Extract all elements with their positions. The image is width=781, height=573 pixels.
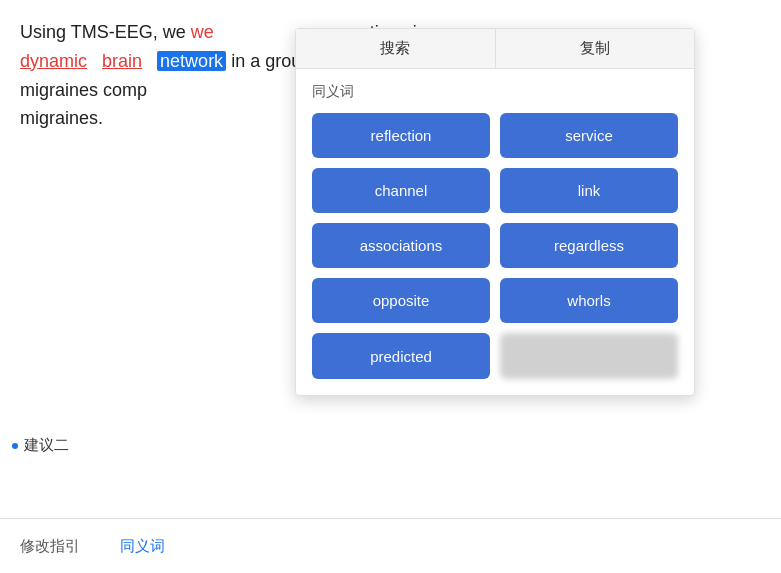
bottom-bar-xiugai[interactable]: 修改指引 bbox=[20, 537, 80, 556]
synonym-associations[interactable]: associations bbox=[312, 223, 490, 268]
popup-toolbar: 搜索 复制 bbox=[296, 29, 694, 69]
synonym-regardless[interactable]: regardless bbox=[500, 223, 678, 268]
bottom-bar: 修改指引 同义词 bbox=[0, 518, 781, 573]
blur-placeholder bbox=[500, 333, 678, 379]
synonym-opposite[interactable]: opposite bbox=[312, 278, 490, 323]
synonym-service[interactable]: service bbox=[500, 113, 678, 158]
sidebar-dot-icon bbox=[12, 443, 18, 449]
sidebar-label: 建议二 bbox=[24, 436, 69, 455]
text-brain: brain bbox=[102, 51, 142, 71]
synonym-popup: 搜索 复制 同义词 reflection service channel lin… bbox=[295, 28, 695, 396]
text-migraines-comp: migraines comp bbox=[20, 80, 147, 100]
synonym-predicted[interactable]: predicted bbox=[312, 333, 490, 379]
synonyms-section-title: 同义词 bbox=[312, 83, 678, 101]
text-we: we bbox=[191, 22, 214, 42]
text-network-highlighted[interactable]: network bbox=[157, 51, 226, 71]
synonym-link[interactable]: link bbox=[500, 168, 678, 213]
sidebar-suggestion: 建议二 bbox=[0, 428, 81, 463]
synonym-whorls[interactable]: whorls bbox=[500, 278, 678, 323]
search-button[interactable]: 搜索 bbox=[296, 29, 496, 68]
synonyms-grid: reflection service channel link associat… bbox=[312, 113, 678, 379]
copy-button[interactable]: 复制 bbox=[496, 29, 695, 68]
text-migraines-end: migraines. bbox=[20, 108, 103, 128]
synonym-reflection[interactable]: reflection bbox=[312, 113, 490, 158]
text-dynamic: dynamic bbox=[20, 51, 87, 71]
text-prefix: Using TMS-EEG, we bbox=[20, 22, 186, 42]
popup-body: 同义词 reflection service channel link asso… bbox=[296, 69, 694, 395]
synonym-channel[interactable]: channel bbox=[312, 168, 490, 213]
bottom-bar-synonyms[interactable]: 同义词 bbox=[120, 537, 165, 556]
